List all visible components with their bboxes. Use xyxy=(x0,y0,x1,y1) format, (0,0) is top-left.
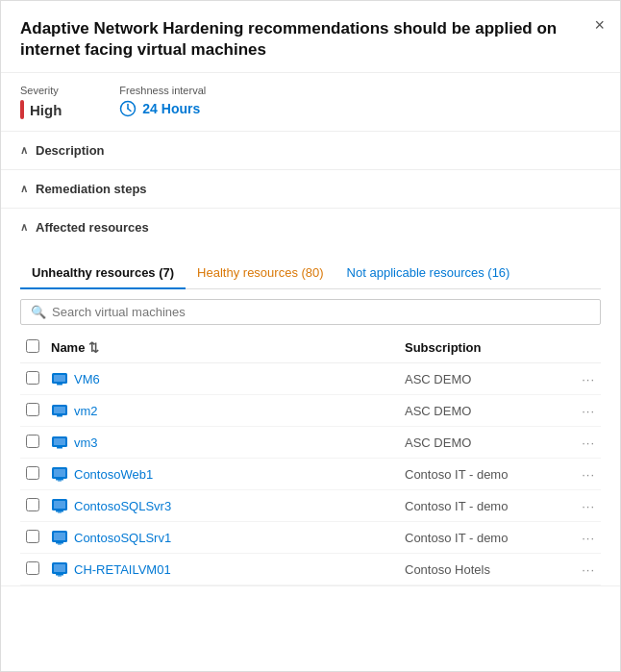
chevron-icon-description: ∧ xyxy=(20,144,28,157)
section-header-affected[interactable]: ∧ Affected resources xyxy=(1,209,620,246)
more-options-button[interactable]: ··· xyxy=(582,562,595,577)
row-more-cell: ··· xyxy=(572,554,601,585)
resource-name-link[interactable]: ContosoSQLSvr3 xyxy=(51,497,393,514)
tabs-area: Unhealthy resources (7) Healthy resource… xyxy=(1,246,620,289)
svg-rect-8 xyxy=(57,415,62,417)
sort-icon[interactable]: ⇅ xyxy=(88,340,99,355)
name-col-label: Name xyxy=(51,340,85,355)
vm-icon xyxy=(51,370,68,387)
resource-table: Name ⇅ Subscription V xyxy=(20,333,601,585)
row-check-cell xyxy=(20,427,45,459)
resource-name-link[interactable]: CH-RETAILVM01 xyxy=(51,560,393,578)
row-more-cell: ··· xyxy=(572,459,601,490)
table-row: VM6 ASC DEMO ··· xyxy=(20,363,601,395)
row-checkbox[interactable] xyxy=(26,561,39,575)
svg-rect-21 xyxy=(54,533,65,540)
freshness-label: Freshness interval xyxy=(119,85,206,96)
resource-name-link[interactable]: VM6 xyxy=(51,370,393,387)
row-checkbox[interactable] xyxy=(26,498,39,511)
row-more-cell: ··· xyxy=(572,395,601,427)
more-options-button[interactable]: ··· xyxy=(582,436,595,450)
row-checkbox[interactable] xyxy=(26,435,39,448)
row-subscription-cell: ASC DEMO xyxy=(399,363,572,395)
row-check-cell xyxy=(20,522,45,554)
row-subscription-cell: Contoso Hotels xyxy=(399,554,572,585)
search-icon: 🔍 xyxy=(31,305,46,319)
severity-bar xyxy=(20,100,24,119)
more-options-button[interactable]: ··· xyxy=(582,531,595,545)
col-header-more xyxy=(572,333,601,363)
row-checkbox[interactable] xyxy=(26,403,39,416)
freshness-item: Freshness interval 24 Hours xyxy=(119,85,206,117)
resource-name-link[interactable]: ContosoSQLSrv1 xyxy=(51,529,393,546)
svg-rect-22 xyxy=(56,542,63,544)
svg-rect-19 xyxy=(58,512,62,513)
svg-rect-5 xyxy=(57,384,62,386)
svg-rect-13 xyxy=(54,469,65,477)
table-row: vm2 ASC DEMO ··· xyxy=(20,395,601,427)
col-header-subscription: Subscription xyxy=(399,333,572,363)
vm-icon xyxy=(51,465,68,483)
section-header-remediation[interactable]: ∧ Remediation steps xyxy=(1,170,620,208)
resource-name-link[interactable]: ContosoWeb1 xyxy=(51,465,393,483)
more-options-button[interactable]: ··· xyxy=(582,499,595,513)
more-options-button[interactable]: ··· xyxy=(582,467,595,482)
svg-rect-4 xyxy=(54,375,65,382)
section-description: ∧ Description xyxy=(1,132,620,170)
table-row: vm3 ASC DEMO ··· xyxy=(20,427,601,459)
chevron-icon-affected: ∧ xyxy=(20,221,28,234)
table-row: CH-RETAILVM01 Contoso Hotels ··· xyxy=(20,554,601,585)
section-label-affected: Affected resources xyxy=(36,220,149,235)
row-checkbox[interactable] xyxy=(26,530,39,543)
vm-icon xyxy=(51,560,68,578)
table-area: Name ⇅ Subscription V xyxy=(1,333,620,585)
more-options-button[interactable]: ··· xyxy=(582,372,595,386)
vm-icon xyxy=(51,402,68,419)
resource-name-text: vm2 xyxy=(74,404,98,418)
resource-name-text: ContosoWeb1 xyxy=(74,467,153,482)
row-name-cell: ContosoSQLSrv1 xyxy=(45,522,399,554)
section-affected: ∧ Affected resources Unhealthy resources… xyxy=(1,209,620,586)
tab-unhealthy[interactable]: Unhealthy resources (7) xyxy=(20,258,186,289)
row-more-cell: ··· xyxy=(572,427,601,459)
severity-text: High xyxy=(30,102,62,118)
row-name-cell: VM6 xyxy=(45,363,399,395)
row-subscription-cell: ASC DEMO xyxy=(399,427,572,459)
row-checkbox[interactable] xyxy=(26,371,39,385)
resource-name-text: ContosoSQLSrv1 xyxy=(74,531,171,545)
resource-name-link[interactable]: vm2 xyxy=(51,402,393,419)
section-remediation: ∧ Remediation steps xyxy=(1,170,620,209)
search-row: 🔍 xyxy=(1,299,620,333)
row-subscription-cell: Contoso IT - demo xyxy=(399,522,572,554)
row-checkbox[interactable] xyxy=(26,466,39,480)
panel-header: Adaptive Network Hardening recommendatio… xyxy=(1,1,620,73)
col-header-check xyxy=(20,333,45,363)
close-button[interactable]: × xyxy=(594,16,605,34)
vm-icon xyxy=(51,497,68,514)
svg-rect-18 xyxy=(56,510,63,512)
freshness-text: 24 Hours xyxy=(142,101,200,116)
row-name-cell: vm3 xyxy=(45,427,399,459)
panel: Adaptive Network Hardening recommendatio… xyxy=(0,0,621,672)
row-more-cell: ··· xyxy=(572,522,601,554)
svg-rect-25 xyxy=(54,564,65,572)
tab-not-applicable[interactable]: Not applicable resources (16) xyxy=(335,258,522,289)
row-check-cell xyxy=(20,459,45,490)
search-input[interactable] xyxy=(52,305,590,319)
col-header-name: Name ⇅ xyxy=(45,333,399,363)
svg-rect-23 xyxy=(58,544,62,545)
more-options-button[interactable]: ··· xyxy=(582,404,595,418)
severity-label: Severity xyxy=(20,85,62,96)
search-box: 🔍 xyxy=(20,299,601,325)
row-more-cell: ··· xyxy=(572,490,601,522)
tab-healthy[interactable]: Healthy resources (80) xyxy=(186,258,335,289)
resource-name-text: ContosoSQLSvr3 xyxy=(74,499,171,513)
vm-icon xyxy=(51,529,68,546)
section-label-description: Description xyxy=(36,143,105,158)
row-more-cell: ··· xyxy=(572,363,601,395)
section-header-description[interactable]: ∧ Description xyxy=(1,132,620,169)
select-all-checkbox[interactable] xyxy=(26,339,39,353)
table-row: ContosoWeb1 Contoso IT - demo ··· xyxy=(20,459,601,490)
section-label-remediation: Remediation steps xyxy=(36,182,147,196)
resource-name-link[interactable]: vm3 xyxy=(51,434,393,451)
